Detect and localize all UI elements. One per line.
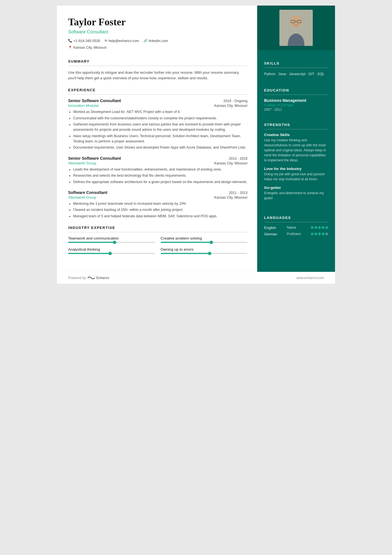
progress-bar-4 bbox=[161, 253, 248, 254]
expertise-label-3: Analystical thinking bbox=[68, 247, 155, 251]
bullet: Gathered requirements from business user… bbox=[73, 122, 247, 133]
languages-title: LANGUAGES bbox=[264, 216, 328, 220]
profile-photo bbox=[279, 10, 313, 46]
job-item-1: Senior Software Consultant 2018 - Ongoin… bbox=[68, 98, 247, 151]
progress-bar-1 bbox=[68, 242, 155, 243]
bullet: Managed team of 5 and helped federate da… bbox=[73, 214, 247, 219]
expertise-section: INDUSTRY EXPERTISE Teamwork and communic… bbox=[68, 226, 247, 254]
summary-section: SUMMARY Use this opportunity to intrigue… bbox=[68, 59, 247, 82]
bullet: Defines the appropriate software archite… bbox=[73, 179, 247, 185]
job-dates-3: 2011 - 2013 bbox=[229, 191, 247, 195]
lang-name-2: German bbox=[264, 232, 282, 236]
job-company-3: Altenwerth Group bbox=[68, 195, 96, 199]
footer-left: Powered by Enhancv bbox=[68, 275, 109, 280]
summary-title: SUMMARY bbox=[68, 59, 247, 63]
skills-text: Python · Java · Javascript · GIT · SQL bbox=[264, 71, 328, 77]
footer-website: www.enhancv.com bbox=[296, 276, 324, 280]
brand-name: Enhancv bbox=[96, 276, 109, 280]
strength-desc-1: Use my creative thinking and resourceful… bbox=[264, 138, 328, 163]
footer: Powered by Enhancv www.enhancv.com bbox=[57, 272, 335, 284]
education-section: EDUCATION Business Management College of… bbox=[257, 83, 335, 112]
dot bbox=[311, 233, 314, 235]
bullet: Worked as Development Lead for .NET MVC … bbox=[73, 109, 247, 115]
location-icon: 📍 bbox=[68, 45, 72, 51]
strengths-section: STRENGTHS Creative Skills Use my creativ… bbox=[257, 117, 335, 204]
progress-fill-4 bbox=[161, 253, 211, 254]
job-dates-1: 2018 - Ongoing bbox=[224, 99, 247, 103]
job-bullets-3: Mentoring the 3 junior teammate result i… bbox=[68, 201, 247, 219]
dot bbox=[314, 226, 317, 229]
progress-dot-3 bbox=[108, 252, 112, 255]
strengths-divider bbox=[264, 129, 328, 129]
lang-item-1: English Native bbox=[264, 226, 328, 230]
job-company-2: Altenwerth Group bbox=[68, 161, 96, 165]
bullet: Cleared an incident backlog of 150+ with… bbox=[73, 207, 247, 213]
expertise-item-2: Creative problem solving bbox=[161, 236, 248, 243]
bullet: Leads the development of new functionali… bbox=[73, 167, 247, 172]
phone-icon: 📞 bbox=[68, 38, 72, 44]
dot bbox=[311, 226, 314, 229]
summary-text: Use this opportunity to intrigue and dra… bbox=[68, 70, 247, 82]
email-address: help@enhancv.com bbox=[108, 38, 139, 44]
bullet: Communicated with the customers/stakehol… bbox=[73, 116, 247, 121]
progress-dot-4 bbox=[208, 252, 211, 255]
strength-item-1: Creative Skills Use my creative thinking… bbox=[264, 133, 328, 163]
experience-section: EXPERIENCE Senior Software Consultant 20… bbox=[68, 88, 247, 219]
enhancv-logo: Enhancv bbox=[87, 275, 109, 280]
progress-fill-2 bbox=[161, 242, 213, 243]
progress-fill-1 bbox=[68, 242, 116, 243]
expertise-label-4: Owning up to errors bbox=[161, 247, 248, 251]
expertise-divider bbox=[68, 232, 247, 232]
lang-name-1: English bbox=[264, 226, 282, 230]
strengths-title: STRENGTHS bbox=[264, 123, 328, 127]
job-location-2: Kansas City, Missouri bbox=[214, 161, 247, 165]
dot bbox=[322, 233, 324, 235]
dot bbox=[325, 226, 328, 229]
job-location-3: Kansas City, Missouri bbox=[214, 196, 247, 199]
dot bbox=[318, 233, 321, 235]
strength-title-2: Love for the Industry bbox=[264, 167, 328, 171]
expertise-grid: Teamwork and communication Creative prob… bbox=[68, 236, 247, 254]
expertise-item-3: Analystical thinking bbox=[68, 247, 155, 254]
job-title-2: Senior Software Consultant bbox=[68, 156, 121, 161]
progress-bar-2 bbox=[161, 242, 248, 243]
lang-dots-1 bbox=[311, 226, 328, 229]
lang-dots-2 bbox=[311, 233, 328, 235]
expertise-label-1: Teamwork and communication bbox=[68, 236, 155, 240]
education-divider bbox=[264, 95, 328, 95]
photo-container bbox=[257, 6, 335, 50]
email-item: ✉ help@enhancv.com bbox=[105, 38, 139, 44]
job-location-1: Kansas City, Missouri bbox=[214, 104, 247, 108]
linkedin-item: 🔗 linkedin.com bbox=[143, 38, 168, 44]
expertise-item-4: Owning up to errors bbox=[161, 247, 248, 254]
strength-title-1: Creative Skills bbox=[264, 133, 328, 137]
job-item-3: Software Consultant 2011 - 2013 Altenwer… bbox=[68, 190, 247, 219]
summary-divider bbox=[68, 66, 247, 66]
strength-desc-3: Energetic and determined to achieve my g… bbox=[264, 191, 328, 201]
dot bbox=[325, 233, 328, 235]
location-text: Kansas City, Missouri bbox=[73, 45, 106, 51]
expertise-label-2: Creative problem solving bbox=[161, 236, 248, 240]
bullet: Mentoring the 3 junior teammate result i… bbox=[73, 201, 247, 206]
candidate-title: Software Consultant bbox=[68, 29, 247, 34]
email-icon: ✉ bbox=[105, 38, 107, 44]
skills-divider bbox=[264, 68, 328, 68]
strength-desc-2: Doing my job with great love and passion… bbox=[264, 172, 328, 182]
experience-divider bbox=[68, 94, 247, 95]
languages-divider bbox=[264, 222, 328, 222]
edu-school: College of DuPage bbox=[264, 103, 328, 107]
education-title: EDUCATION bbox=[264, 88, 328, 92]
bullet: Have setup meetings with Business Users,… bbox=[73, 134, 247, 144]
candidate-name: Taylor Foster bbox=[68, 17, 247, 28]
bullet: Researches and selects the best technolo… bbox=[73, 173, 247, 178]
edu-years: 2007 - 2011 bbox=[264, 108, 328, 112]
experience-title: EXPERIENCE bbox=[68, 88, 247, 92]
dot bbox=[318, 226, 321, 229]
powered-by-text: Powered by bbox=[68, 276, 86, 280]
linkedin-icon: 🔗 bbox=[143, 38, 148, 44]
job-bullets-1: Worked as Development Lead for .NET MVC … bbox=[68, 109, 247, 151]
progress-dot-2 bbox=[210, 241, 213, 244]
job-title-3: Software Consultant bbox=[68, 190, 107, 195]
lang-level-2: Proficient bbox=[287, 232, 306, 236]
strength-item-3: Go-getter Energetic and determined to ac… bbox=[264, 186, 328, 201]
